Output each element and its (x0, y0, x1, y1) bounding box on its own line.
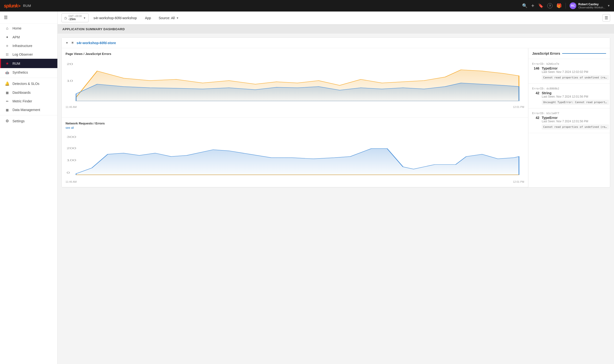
js-errors-panel: JavaScript Errors ErrorID: b2b6ce7e 146 … (528, 48, 610, 187)
toolbar-menu-button[interactable]: ☰ (602, 14, 610, 22)
error-time-2: Last Seen: Nov 7 2024 12:01:56 PM (542, 120, 609, 123)
svg-text:200: 200 (67, 147, 76, 150)
splunk-logo-mark: splunk> (4, 3, 20, 9)
topnav-left: splunk> RUM (4, 3, 31, 9)
app-globe-icon: ☀ (71, 40, 74, 45)
splunk-logo[interactable]: splunk> (4, 3, 20, 9)
error-message-1: Uncaught TypeError: Cannot read property… (542, 100, 609, 105)
error-id-2: ErrorID: b1c1a0f7 (532, 112, 606, 115)
sidebar-label-apm: APM (13, 35, 20, 39)
topnav-right: 🔍 + 🔖 ? 🎁 RC Robert Castley Observabilit… (522, 2, 610, 9)
page-views-chart-panel: Page Views / JavaScript Errors 20 10 (62, 48, 528, 118)
sidebar-item-infrastructure[interactable]: ⚛ Infrastructure (0, 41, 57, 50)
error-message-0: Cannot read properties of undefined (rea… (542, 75, 609, 80)
sidebar-label-rum: RUM (13, 62, 20, 65)
sidebar-label-metric-finder: Metric Finder (13, 99, 32, 103)
error-details-0: TypeError Last Seen: Nov 7 2024 12:02:02… (542, 66, 609, 80)
user-dropdown-chevron-icon[interactable]: ▼ (607, 4, 610, 7)
user-org: Observability Worksh... (578, 6, 605, 9)
error-item-1[interactable]: ErrorID: dc8860b2 42 String Last Seen: N… (528, 84, 610, 108)
topnav-app-label: RUM (23, 4, 31, 8)
page-views-chart-container: 20 10 (66, 57, 524, 104)
svg-text:10: 10 (67, 79, 73, 82)
time-selector[interactable]: ◷ GMT +00:00 -15m ▼ (61, 13, 89, 22)
network-svg: 300 200 100 0 (66, 131, 524, 179)
network-see-all-link[interactable]: see all (66, 126, 524, 130)
infrastructure-icon: ⚛ (5, 44, 10, 48)
charts-left: Page Views / JavaScript Errors 20 10 (62, 48, 528, 187)
source-selector[interactable]: Source: All ▼ (156, 15, 181, 21)
page-views-chart-title: Page Views / JavaScript Errors (66, 52, 524, 56)
network-time-labels: 11:46 AM 12:01 PM (66, 180, 524, 183)
error-details-2: TypeError Last Seen: Nov 7 2024 12:01:56… (542, 116, 609, 130)
sidebar-label-log-observer: Log Observer (13, 52, 33, 56)
main-content: ▼ ☀ s4r-workshop-60fd-store Page Views /… (58, 34, 614, 364)
sidebar-divider-2 (0, 115, 57, 115)
gift-icon[interactable]: 🎁 (556, 3, 562, 8)
help-icon[interactable]: ? (547, 3, 553, 8)
error-time-1: Last Seen: Nov 7 2024 12:01:56 PM (542, 95, 609, 98)
sidebar-label-synthetics: Synthetics (13, 70, 28, 74)
error-message-2: Cannot read properties of undefined (rea… (542, 124, 609, 130)
svg-text:0: 0 (67, 171, 70, 174)
app-name-link[interactable]: s4r-workshop-60fd-store (77, 41, 116, 45)
sidebar-divider-1 (0, 78, 57, 78)
error-id-1: ErrorID: dc8860b2 (532, 87, 606, 90)
sidebar-hamburger-icon[interactable]: ☰ (0, 12, 57, 24)
js-errors-header-line (562, 53, 606, 54)
error-item-2[interactable]: ErrorID: b1c1a0f7 42 TypeError Last Seen… (528, 108, 610, 133)
charts-area: Page Views / JavaScript Errors 20 10 (62, 48, 610, 187)
app-type-selector[interactable]: App (142, 15, 154, 21)
js-errors-title: JavaScript Errors (532, 52, 560, 55)
error-details-1: String Last Seen: Nov 7 2024 12:01:56 PM… (542, 91, 609, 105)
synthetics-icon: 🤖 (5, 71, 10, 74)
network-chart-container: 300 200 100 0 (66, 131, 524, 179)
js-errors-header: JavaScript Errors (528, 48, 610, 59)
dashboards-icon: ▦ (5, 91, 10, 94)
sidebar-item-apm[interactable]: ✦ APM (0, 33, 57, 41)
collapse-button[interactable]: ▼ (66, 41, 68, 45)
main-layout: ☰ ⌂ Home ✦ APM ⚛ Infrastructure ☷ Log Ob… (0, 12, 614, 364)
home-icon: ⌂ (5, 26, 10, 30)
error-row-0: 146 TypeError Last Seen: Nov 7 2024 12:0… (532, 66, 606, 80)
toolbar: ◷ GMT +00:00 -15m ▼ s4r-workshop-60fd-wo… (58, 12, 614, 25)
sidebar-label-dashboards: Dashboards (13, 91, 31, 94)
rum-icon: ★ (5, 61, 10, 66)
sidebar-item-home[interactable]: ⌂ Home (0, 24, 57, 33)
sidebar-item-rum[interactable]: ★ RUM (0, 59, 57, 68)
page-title: APPLICATION SUMMARY DASHBOARD (62, 27, 125, 31)
topnav: splunk> RUM 🔍 + 🔖 ? 🎁 RC Robert Castley … (0, 0, 614, 12)
sidebar-item-synthetics[interactable]: 🤖 Synthetics (0, 68, 57, 77)
topnav-user[interactable]: RC Robert Castley Observability Worksh..… (570, 2, 610, 9)
sidebar-label-home: Home (13, 26, 21, 30)
source-dropdown-chevron-icon: ▼ (176, 16, 179, 19)
data-management-icon: ▦ (5, 108, 10, 112)
svg-text:20: 20 (67, 63, 73, 65)
sidebar-item-detectors-slos[interactable]: 🔔 Detectors & SLOs (0, 79, 57, 88)
error-type-1: String (542, 91, 609, 95)
bookmark-icon[interactable]: 🔖 (538, 3, 544, 8)
metric-finder-icon: ✏ (5, 100, 10, 103)
time-value: -15m (68, 17, 82, 21)
sidebar: ☰ ⌂ Home ✦ APM ⚛ Infrastructure ☷ Log Ob… (0, 12, 58, 364)
clock-icon: ◷ (64, 16, 67, 20)
error-row-1: 42 String Last Seen: Nov 7 2024 12:01:56… (532, 91, 606, 105)
error-row-2: 42 TypeError Last Seen: Nov 7 2024 12:01… (532, 116, 606, 130)
sidebar-item-settings[interactable]: ⚙ Settings (0, 116, 57, 126)
sidebar-label-settings: Settings (13, 119, 25, 123)
sidebar-item-data-management[interactable]: ▦ Data Management (0, 105, 57, 114)
settings-icon: ⚙ (5, 119, 10, 123)
error-item-0[interactable]: ErrorID: b2b6ce7e 146 TypeError Last See… (528, 59, 610, 84)
app-name-selector[interactable]: s4r-workshop-60fd-workshop (91, 15, 140, 21)
error-type-0: TypeError (542, 66, 609, 70)
sidebar-item-dashboards[interactable]: ▦ Dashboards (0, 88, 57, 97)
search-icon[interactable]: 🔍 (522, 3, 527, 8)
add-icon[interactable]: + (531, 3, 534, 9)
detectors-icon: 🔔 (5, 81, 10, 86)
app-type-label: App (145, 16, 151, 20)
time-dropdown-chevron-icon: ▼ (83, 16, 86, 19)
log-observer-icon: ☷ (5, 53, 10, 56)
sidebar-item-metric-finder[interactable]: ✏ Metric Finder (0, 97, 57, 105)
svg-text:100: 100 (67, 159, 76, 162)
sidebar-item-log-observer[interactable]: ☷ Log Observer (0, 50, 57, 59)
